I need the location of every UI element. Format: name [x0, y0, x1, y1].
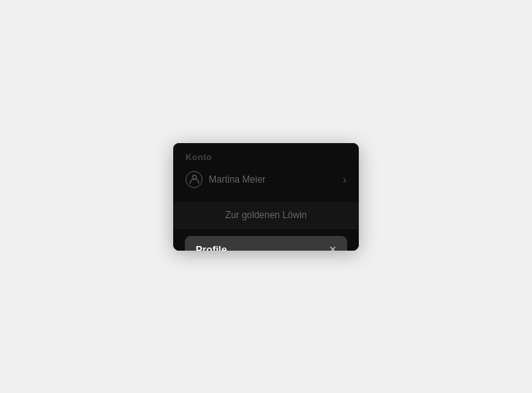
phone-container: Konto Martina Meier › Zur goldenen Löwin… — [173, 143, 359, 251]
modal-title: Profile — [196, 244, 227, 251]
modal-header: Profile × — [185, 236, 347, 251]
profile-modal: Profile × Mein Profil Profil bearbeiten — [185, 236, 347, 251]
modal-overlay: Profile × Mein Profil Profil bearbeiten — [173, 143, 359, 251]
modal-close-button[interactable]: × — [329, 244, 336, 251]
